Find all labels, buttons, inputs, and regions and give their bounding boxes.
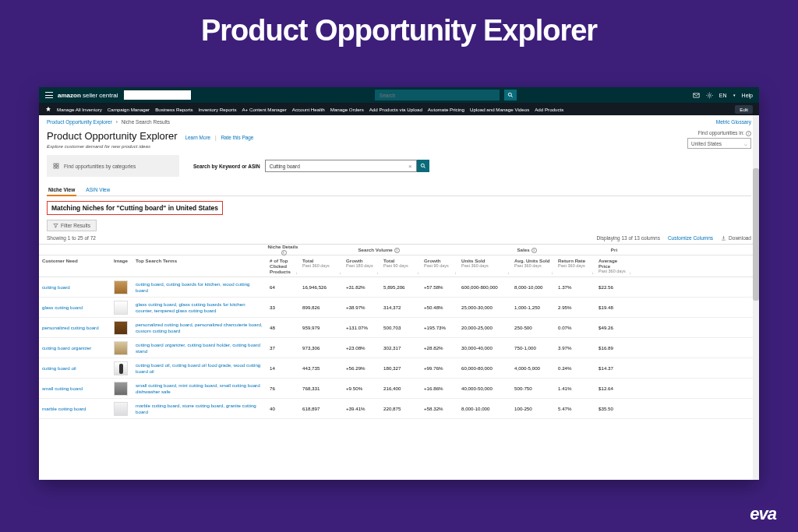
svg-rect-3 [57, 164, 58, 165]
nav-item-0[interactable]: Manage All Inventory [57, 107, 102, 112]
th-customer-need[interactable]: Customer Need [39, 255, 111, 277]
top-search-small[interactable] [124, 90, 191, 100]
cell-growth180: +31.82% [343, 282, 380, 292]
cell-avg-units: 500-750 [511, 383, 555, 393]
language-selector[interactable]: EN [719, 93, 727, 98]
download-button[interactable]: Download [721, 235, 751, 241]
tab-asin-view[interactable]: ASIN View [84, 185, 111, 196]
nav-item-9[interactable]: Upload and Manage Videos [470, 107, 529, 112]
vertical-scrollbar[interactable] [753, 115, 759, 480]
nav-item-10[interactable]: Add Products [535, 107, 563, 112]
customer-need-link[interactable]: cutting board [42, 284, 70, 290]
tab-niche-view[interactable]: Niche View [47, 185, 76, 196]
th-growth-90[interactable]: GrowthPast 90 days↓ [421, 255, 458, 277]
customer-need-link[interactable]: personalized cutting board [42, 325, 99, 330]
cell-clicked: 48 [267, 322, 299, 333]
customer-need-link[interactable]: small cutting board [42, 386, 83, 391]
search-terms-link[interactable]: cutting board organizer, cutting board h… [136, 342, 260, 354]
table-row: glass cutting boardglass cutting board, … [39, 298, 759, 318]
nav-item-8[interactable]: Automate Pricing [428, 107, 464, 112]
customer-need-link[interactable]: cutting board oil [42, 365, 76, 371]
menu-icon[interactable] [45, 92, 53, 98]
product-thumbnail[interactable] [114, 321, 128, 335]
cell-total360: 973,306 [299, 343, 343, 353]
cell-units: 25,000-30,000 [458, 302, 511, 312]
cell-growth90: +50.48% [421, 302, 458, 312]
th-avg-price[interactable]: Average PricePast 360 days↓ [595, 255, 633, 277]
customer-need-link[interactable]: marble cutting board [42, 406, 86, 411]
info-icon[interactable]: i [746, 131, 751, 136]
cell-total90: 220,875 [380, 403, 421, 414]
metric-glossary-link[interactable]: Metric Glossary [716, 119, 751, 125]
country-selector[interactable]: United States ⌵ [687, 138, 751, 149]
filter-results-button[interactable]: Filter Results [47, 220, 97, 231]
learn-more-link[interactable]: Learn More [185, 135, 210, 140]
customize-columns-link[interactable]: Customize Columns [668, 235, 713, 241]
cell-total90: 180,327 [380, 363, 421, 373]
cell-growth90: +57.58% [421, 282, 458, 292]
product-thumbnail[interactable] [114, 280, 128, 294]
keyword-search-button[interactable] [417, 160, 429, 172]
nav-item-3[interactable]: Inventory Reports [199, 107, 237, 112]
product-thumbnail[interactable] [114, 402, 128, 416]
nav-item-5[interactable]: Account Health [292, 107, 325, 112]
cell-units: 600,000-800,000 [458, 282, 511, 292]
search-terms-link[interactable]: cutting board, cutting boards for kitche… [136, 281, 250, 293]
th-total-90[interactable]: TotalPast 90 days↓ [380, 255, 421, 277]
search-terms-link[interactable]: marble cutting board, stone cutting boar… [136, 403, 256, 414]
product-thumbnail[interactable] [114, 341, 128, 355]
cell-total360: 899,826 [299, 302, 343, 312]
th-total-360[interactable]: TotalPast 360 days↓ [299, 255, 343, 277]
search-terms-link[interactable]: small cutting board, mini cutting board,… [136, 382, 260, 394]
nav-item-6[interactable]: Manage Orders [330, 107, 364, 112]
cell-units: 20,000-25,000 [458, 322, 511, 333]
amazon-brand[interactable]: amazon seller central [58, 92, 118, 99]
column-group-row: Niche Detailsi Search Volumei Salesi Pri [39, 245, 759, 255]
nav-item-2[interactable]: Business Reports [155, 107, 193, 112]
clear-icon[interactable]: × [408, 163, 412, 170]
columns-displayed: Displaying 13 of 13 columns [597, 235, 660, 241]
nav-item-4[interactable]: A+ Content Manager [242, 107, 286, 112]
product-thumbnail[interactable] [114, 361, 128, 375]
keyword-input[interactable]: Cutting board [270, 164, 300, 169]
customer-need-link[interactable]: cutting board organizer [42, 345, 91, 351]
top-right-icons: EN▾ Help [693, 92, 753, 99]
search-terms-link[interactable]: personalized cutting board, personalized… [136, 322, 263, 333]
th-growth-180[interactable]: GrowthPast 180 days↓ [343, 255, 380, 277]
nav-edit-button[interactable]: Edit [735, 105, 753, 114]
global-search-input[interactable] [376, 93, 499, 98]
product-thumbnail[interactable] [114, 301, 128, 315]
find-by-categories-button[interactable]: Find opportunities by categories [47, 155, 179, 177]
cell-clicked: 14 [267, 363, 299, 373]
th-clicked-products[interactable]: # of Top Clicked Products↓ [267, 255, 299, 277]
cell-return: 3.97% [555, 343, 595, 353]
th-top-search-terms[interactable]: Top Search Terms [132, 255, 267, 277]
rate-page-link[interactable]: Rate this Page [221, 135, 253, 140]
cell-total360: 959,979 [299, 322, 343, 333]
mail-icon[interactable] [693, 92, 700, 99]
scrollbar-thumb[interactable] [753, 168, 759, 301]
cell-avg-units: 250-500 [511, 322, 555, 333]
svg-rect-2 [54, 164, 55, 165]
customer-need-link[interactable]: glass cutting board [42, 305, 83, 310]
th-return-rate[interactable]: Return RatePast 360 days↓ [555, 255, 595, 277]
cell-price: $14.37 [595, 363, 633, 373]
search-terms-link[interactable]: cutting board oil, cutting board oil foo… [136, 362, 260, 374]
nav-item-7[interactable]: Add Products via Upload [369, 107, 422, 112]
cell-total360: 443,735 [299, 363, 343, 373]
pin-icon[interactable] [45, 106, 51, 112]
global-search-button[interactable] [504, 90, 517, 100]
search-terms-link[interactable]: glass cutting board, glass cutting board… [136, 301, 245, 313]
cell-avg-units: 1,000-1,250 [511, 302, 555, 312]
breadcrumb-root[interactable]: Product Opportunity Explorer [47, 119, 112, 125]
nav-item-1[interactable]: Campaign Manager [108, 107, 150, 112]
product-thumbnail[interactable] [114, 382, 128, 396]
th-units-sold[interactable]: Units SoldPast 360 days↓ [458, 255, 511, 277]
group-sales: Salesi [458, 247, 595, 253]
gear-icon[interactable] [706, 92, 713, 99]
cell-price: $35.50 [595, 403, 633, 414]
page-header: Product Opportunity Explorer Learn More … [39, 129, 759, 153]
th-avg-units[interactable]: Avg. Units SoldPast 360 days↓ [511, 255, 555, 277]
cell-return: 0.07% [555, 322, 595, 333]
help-link[interactable]: Help [742, 93, 753, 98]
